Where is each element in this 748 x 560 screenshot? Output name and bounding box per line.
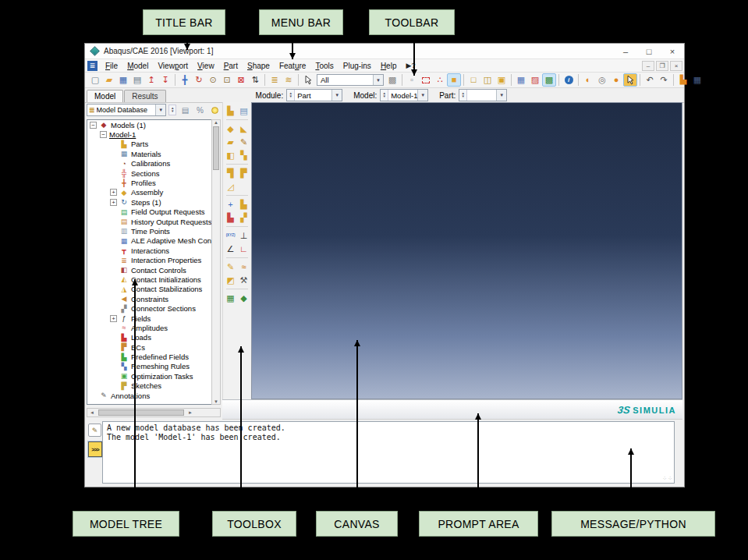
menu-tools[interactable]: Tools: [310, 61, 338, 71]
edit-feature-icon[interactable]: ✎: [238, 136, 250, 148]
tree-item-remeshing-rules[interactable]: ▚Remeshing Rules: [87, 362, 220, 371]
tree-vertical-scrollbar[interactable]: ▲ ▼: [211, 119, 221, 405]
menu-feature[interactable]: Feature: [275, 61, 310, 71]
mdi-minimize-button[interactable]: –: [642, 61, 654, 71]
selection-filter-combo[interactable]: All▼: [317, 74, 384, 86]
create-rib-icon[interactable]: ▛: [238, 167, 250, 179]
hiddenline-render-icon[interactable]: ◫: [480, 73, 495, 87]
tree-item-history-output-requests[interactable]: ▤History Output Requests: [87, 217, 220, 226]
message-tab-icon[interactable]: ✎: [88, 424, 101, 437]
context-help-icon[interactable]: ▶?: [401, 62, 420, 69]
db-import-icon[interactable]: ↥: [144, 73, 158, 87]
filled-render-icon[interactable]: ▣: [495, 73, 509, 87]
tree-item-amplitudes[interactable]: ≈Amplitudes: [87, 323, 220, 332]
tree-item-optimization-tasks[interactable]: ▣Optimization Tasks: [87, 371, 220, 381]
model-database-combo[interactable]: ≣ Model Database ▼: [87, 104, 166, 116]
spinner-icon[interactable]: ▲▼: [459, 90, 467, 101]
viewport-canvas[interactable]: [251, 102, 682, 399]
shaded-render-icon[interactable]: ■: [447, 73, 461, 87]
mdi-restore-button[interactable]: ❐: [656, 61, 668, 71]
datum-axis-icon[interactable]: ⊥: [238, 229, 250, 242]
view-cut-icon[interactable]: ◐: [581, 73, 595, 87]
tree-item-steps-1-[interactable]: +↻Steps (1): [87, 197, 220, 207]
create-part-icon[interactable]: ▙: [225, 105, 237, 117]
tree-item-model-1[interactable]: −Model-1: [87, 129, 220, 139]
expand-icon[interactable]: +: [110, 199, 117, 206]
expand-icon[interactable]: +: [110, 189, 117, 196]
tree-item-interactions[interactable]: ┳Interactions: [87, 246, 220, 255]
color-code-icon[interactable]: ▙: [676, 73, 690, 87]
render-beam-profiles-icon[interactable]: ≣: [268, 73, 282, 87]
keyboard-calc-icon[interactable]: ▦: [690, 73, 704, 87]
query-info-icon[interactable]: i: [562, 73, 576, 87]
tree-item-profiles[interactable]: ╋Profiles: [87, 178, 220, 187]
partition-face-icon[interactable]: ◩: [225, 274, 237, 286]
tree-item-annotations[interactable]: ✎Annotations: [87, 391, 220, 400]
tree-item-calibrations[interactable]: ◔Calibrations: [87, 159, 220, 168]
create-plane-icon[interactable]: ▰: [225, 136, 237, 148]
edit-vertex-icon[interactable]: +: [225, 198, 237, 211]
chevron-down-icon[interactable]: ▼: [417, 90, 427, 101]
edit-attributes-icon[interactable]: ▤: [179, 105, 191, 116]
menu-plug-ins[interactable]: Plug-ins: [339, 61, 376, 71]
tree-item-constraints[interactable]: ◀Constraints: [87, 294, 220, 303]
tree-item-ale-adaptive-mesh-constraints[interactable]: ▦ALE Adaptive Mesh Constraints: [87, 236, 220, 246]
datum-point-icon[interactable]: (XYZ): [225, 229, 237, 242]
resize-grip[interactable]: ⁘⁘: [662, 476, 673, 482]
create-round-icon[interactable]: ◧: [225, 149, 237, 161]
tree-item-interaction-properties[interactable]: ≣Interaction Properties: [87, 255, 220, 264]
assign-attributes-icon[interactable]: ◆: [238, 292, 250, 304]
highlight-objects-icon[interactable]: ▩: [385, 73, 399, 87]
tree-item-predefined-fields[interactable]: ▙Predefined Fields: [87, 352, 220, 361]
feature-edges-icon[interactable]: ▨: [528, 73, 542, 87]
tree-spinner[interactable]: ▲▼: [168, 105, 176, 115]
transparency-icon[interactable]: ◎: [595, 73, 609, 87]
collapse-icon[interactable]: −: [90, 122, 97, 129]
undo-icon[interactable]: ↶: [643, 73, 657, 87]
tree-item-connector-sections[interactable]: ▞Connector Sections: [87, 303, 220, 313]
tips-lightbulb-icon[interactable]: [209, 105, 221, 116]
rotate-view-icon[interactable]: ↻: [192, 73, 206, 87]
menu-view[interactable]: View: [193, 61, 219, 71]
sphere-display-icon[interactable]: ●: [609, 73, 623, 87]
create-stamp-icon[interactable]: ▜: [225, 167, 237, 179]
create-shell-icon[interactable]: ◣: [238, 122, 250, 135]
tree-item-loads[interactable]: ▙Loads: [87, 333, 220, 342]
render-shell-thickness-icon[interactable]: ≋: [282, 73, 296, 87]
collapse-icon[interactable]: −: [100, 131, 107, 138]
probe-values-icon[interactable]: [623, 73, 637, 87]
dashed-box-icon[interactable]: [419, 73, 433, 87]
wireframe-render-icon[interactable]: □: [466, 73, 480, 87]
chevron-down-icon[interactable]: ▼: [331, 90, 342, 101]
menu-shape[interactable]: Shape: [243, 61, 275, 71]
redo-icon[interactable]: ↷: [657, 73, 671, 87]
mesh-part-icon[interactable]: ▦: [225, 292, 237, 304]
datum-csys-icon[interactable]: ∟: [238, 243, 250, 255]
menu-model[interactable]: Model: [122, 61, 153, 71]
menu-part[interactable]: Part: [219, 61, 243, 71]
tools-icon[interactable]: ⚒: [238, 274, 250, 286]
part-manager-icon[interactable]: ▤: [238, 105, 250, 117]
partition-edge-icon[interactable]: ✎: [225, 261, 237, 273]
pan-view-icon[interactable]: ╋: [178, 73, 192, 87]
print-icon[interactable]: ▤: [130, 73, 144, 87]
menu-viewport[interactable]: Viewport: [153, 61, 193, 71]
close-button[interactable]: ×: [661, 44, 684, 58]
menu-help[interactable]: Help: [376, 61, 402, 71]
spinner-icon[interactable]: ▲▼: [287, 90, 295, 101]
tab-results[interactable]: Results: [124, 90, 165, 102]
tree-horizontal-scrollbar[interactable]: ◄►: [87, 408, 221, 417]
tree-item-sections[interactable]: ╬Sections: [87, 168, 220, 178]
save-icon[interactable]: ▦: [116, 73, 130, 87]
menu-file[interactable]: File: [101, 61, 122, 71]
tree-item-parts[interactable]: ▙Parts: [87, 140, 220, 149]
cycle-views-icon[interactable]: ⇅: [248, 73, 262, 87]
display-group-icon[interactable]: ▩: [542, 73, 556, 87]
chevron-down-icon[interactable]: ▼: [496, 90, 506, 101]
sketch-icon[interactable]: ≈: [238, 261, 250, 273]
system-menu-icon[interactable]: ≣: [87, 61, 97, 71]
expand-icon[interactable]: +: [110, 315, 117, 322]
spinner-icon[interactable]: ▲▼: [381, 90, 388, 101]
create-solid-icon[interactable]: ◆: [225, 122, 237, 135]
minimize-button[interactable]: –: [614, 44, 637, 58]
